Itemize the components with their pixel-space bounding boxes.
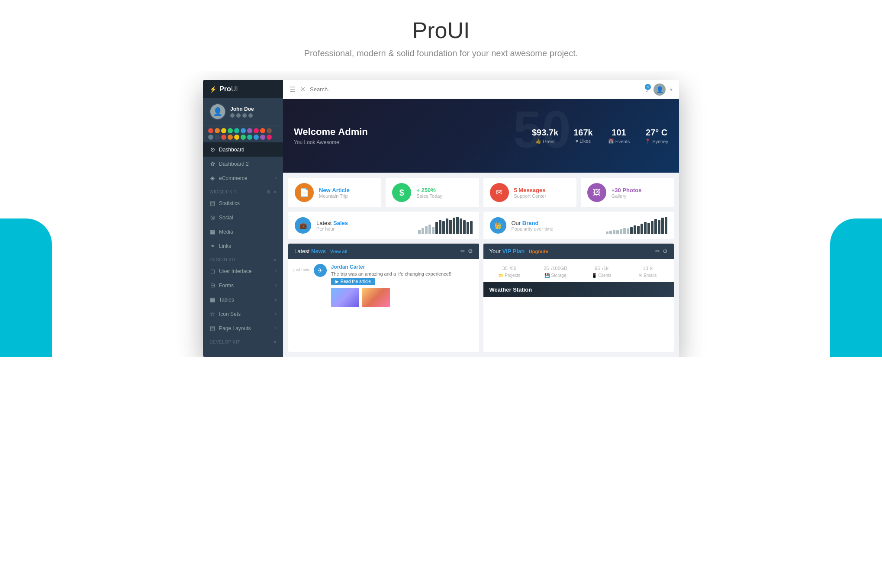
read-article-button[interactable]: ▶ Read the article [331, 278, 375, 285]
sidebar-item-label: Page Layouts [219, 325, 251, 331]
sidebar-item-media[interactable]: ▦ Media [203, 225, 283, 239]
upgrade-link[interactable]: Upgrade [529, 249, 548, 254]
edit-icon[interactable]: ✏ [460, 248, 465, 254]
user-icon-2[interactable] [236, 113, 241, 118]
stat-sub: Gallery [612, 193, 642, 199]
color-dot[interactable] [215, 135, 220, 140]
chart-sub: Per hour [316, 226, 348, 231]
mountain-image[interactable] [331, 288, 359, 307]
avatar: 👤 [209, 103, 226, 120]
chevron-right-icon: › [275, 283, 277, 288]
mail-icon: ✉ [639, 273, 642, 278]
color-dot[interactable] [215, 128, 220, 133]
flower-image[interactable] [362, 288, 390, 307]
weather-bar: Weather Station [483, 282, 674, 297]
vip-stats: 35 /50 📁 Projects 25 [483, 259, 674, 282]
user-icon-4[interactable] [248, 113, 253, 118]
hero-subtitle: You Look Awesome! [294, 139, 368, 145]
color-dot[interactable] [241, 128, 246, 133]
color-dot[interactable] [221, 135, 226, 140]
color-dot[interactable] [267, 128, 272, 133]
stat-sub: Support Center [514, 193, 547, 199]
settings-icon[interactable]: ⚙ [267, 190, 271, 194]
gear-icon[interactable]: ⚙ [663, 248, 668, 254]
color-dot[interactable] [228, 135, 233, 140]
thumbs-up-icon: 👍 [535, 138, 541, 144]
sidebar-item-page-layouts[interactable]: ▤ Page Layouts › [203, 321, 283, 335]
search-input[interactable] [310, 86, 641, 93]
develop-kit-label: DEVELOP KIT [209, 340, 240, 344]
timestamp-text: just now [293, 267, 309, 272]
color-dot[interactable] [247, 135, 252, 140]
news-timestamp: just now [293, 264, 309, 272]
stat-info: + 250% Sales Today [416, 187, 442, 199]
calendar-icon: 📅 [608, 138, 614, 144]
bar [654, 219, 657, 234]
brand-chart-icon-circle: 👑 [490, 217, 506, 234]
news-content: Jordan Carter The trip was an amazing an… [331, 264, 451, 307]
color-dot[interactable] [247, 128, 252, 133]
color-dot[interactable] [241, 135, 246, 140]
photos-icon: 🖼 [593, 188, 601, 197]
color-dot[interactable] [267, 135, 272, 140]
bar [651, 221, 653, 234]
vip-stat-projects: 35 /50 📁 Projects [489, 263, 531, 278]
color-dot[interactable] [234, 128, 239, 133]
color-dot[interactable] [221, 128, 226, 133]
value-max: /1k [602, 266, 608, 271]
value-max: /50 [510, 266, 516, 271]
color-dot[interactable] [254, 135, 259, 140]
news-author[interactable]: Jordan Carter [331, 264, 451, 270]
stat-value: +30 Photos [612, 187, 642, 193]
color-dot[interactable] [208, 128, 213, 133]
page-subtitle: Professional, modern & solid foundation … [9, 48, 873, 58]
close-icon[interactable]: ✕ [273, 257, 277, 262]
hero-stat-weather: 27° C 📍 Sydney [645, 128, 668, 144]
brand-icon: ⚡ [209, 86, 217, 93]
sidebar-item-dashboard[interactable]: ⊙ Dashboard [203, 142, 283, 157]
sidebar-item-tables[interactable]: ▦ Tables › [203, 292, 283, 307]
edit-icon[interactable]: ✏ [655, 248, 660, 254]
color-dot[interactable] [260, 135, 265, 140]
news-text: The trip was an amazing and a life chang… [331, 271, 451, 276]
view-all-link[interactable]: View all [330, 249, 348, 254]
chart-title: Our Brand [512, 220, 554, 226]
close-icon[interactable]: ✕ [273, 190, 277, 194]
color-dot[interactable] [234, 135, 239, 140]
stat-label-text: Great [543, 139, 555, 144]
user-icon-1[interactable] [230, 113, 235, 118]
bar [460, 218, 462, 234]
color-dot[interactable] [254, 128, 259, 133]
bar [435, 222, 438, 234]
color-dot[interactable] [208, 135, 213, 140]
sidebar-item-forms[interactable]: ⊟ Forms › [203, 278, 283, 292]
news-images [331, 288, 451, 307]
sidebar-item-label: Statistics [219, 200, 240, 206]
close-icon[interactable]: ✕ [300, 85, 306, 93]
gear-icon[interactable]: ⚙ [468, 248, 473, 254]
sidebar-item-ecommerce[interactable]: ◈ eCommerce › [203, 171, 283, 185]
stat-label: ♥ Likes [573, 138, 593, 144]
stat-value: 5 Messages [514, 187, 546, 193]
user-icon: ✈ [318, 267, 323, 274]
panel-title: Your VIP Plan Upgrade [489, 248, 548, 254]
vip-stat-value: 65 /1k [581, 263, 623, 272]
color-dot[interactable] [228, 128, 233, 133]
menu-icon[interactable]: ☰ [290, 85, 296, 93]
sidebar-item-links[interactable]: ⚭ Links [203, 239, 283, 253]
topbar-avatar[interactable]: 👤 [653, 84, 666, 96]
hero-welcome: Welcome Admin [294, 126, 368, 138]
user-icon-3[interactable] [242, 113, 247, 118]
chevron-down-icon[interactable]: ▾ [670, 87, 673, 93]
sidebar-item-icon-sets[interactable]: ☆ Icon Sets › [203, 307, 283, 321]
sidebar-item-statistics[interactable]: ▤ Statistics [203, 196, 283, 210]
briefcase-icon: 💼 [299, 222, 307, 229]
color-dot[interactable] [260, 128, 265, 133]
sidebar-item-social[interactable]: ◎ Social [203, 210, 283, 225]
sidebar-item-user-interface[interactable]: ◻ User Interface › [203, 264, 283, 278]
topbar: ☰ ✕ ⤴ 4 👤 ▾ [283, 80, 679, 99]
notification-badge-wrap[interactable]: ⤴ 4 [646, 86, 649, 93]
close-icon[interactable]: ✕ [273, 340, 277, 344]
sidebar-item-dashboard2[interactable]: ✿ Dashboard 2 [203, 157, 283, 171]
vip-stat-clients: 65 /1k 📱 Clients [581, 263, 623, 278]
